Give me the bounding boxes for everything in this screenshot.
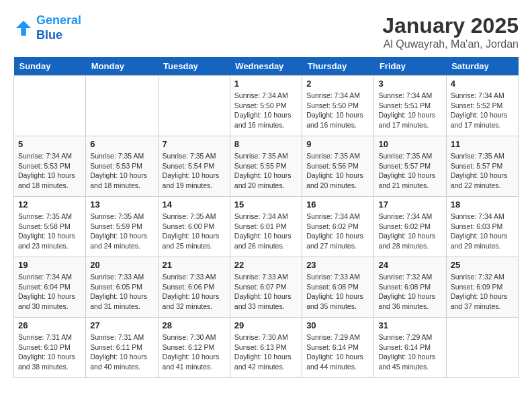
calendar-cell	[158, 76, 230, 136]
month-title: January 2025	[382, 13, 519, 38]
calendar-cell: 9Sunrise: 7:35 AM Sunset: 5:56 PM Daylig…	[302, 136, 374, 197]
day-info: Sunrise: 7:34 AM Sunset: 5:53 PM Dayligh…	[18, 151, 81, 191]
day-number: 22	[234, 260, 298, 270]
day-number: 4	[451, 79, 514, 89]
day-number: 9	[306, 139, 369, 149]
day-number: 17	[378, 199, 441, 210]
calendar-cell: 12Sunrise: 7:35 AM Sunset: 5:58 PM Dayli…	[14, 197, 86, 257]
weekday-header-saturday: Saturday	[446, 57, 518, 76]
day-info: Sunrise: 7:31 AM Sunset: 6:11 PM Dayligh…	[90, 332, 153, 372]
day-info: Sunrise: 7:35 AM Sunset: 5:56 PM Dayligh…	[306, 151, 369, 191]
logo: General Blue	[13, 13, 81, 42]
weekday-header-thursday: Thursday	[302, 57, 374, 76]
day-number: 16	[306, 199, 369, 210]
day-info: Sunrise: 7:34 AM Sunset: 5:51 PM Dayligh…	[378, 91, 441, 130]
calendar-week-3: 12Sunrise: 7:35 AM Sunset: 5:58 PM Dayli…	[14, 197, 519, 257]
logo-line1: General	[36, 13, 81, 27]
day-number: 6	[90, 139, 153, 149]
day-info: Sunrise: 7:35 AM Sunset: 5:58 PM Dayligh…	[18, 212, 81, 251]
day-info: Sunrise: 7:29 AM Sunset: 6:14 PM Dayligh…	[378, 332, 441, 372]
calendar-body: 1Sunrise: 7:34 AM Sunset: 5:50 PM Daylig…	[14, 76, 519, 378]
location: Al Quwayrah, Ma'an, Jordan	[382, 38, 519, 50]
calendar-cell: 4Sunrise: 7:34 AM Sunset: 5:52 PM Daylig…	[446, 76, 518, 136]
day-info: Sunrise: 7:33 AM Sunset: 6:05 PM Dayligh…	[90, 272, 153, 312]
day-number: 1	[234, 79, 298, 89]
weekday-header-monday: Monday	[86, 57, 158, 76]
day-number: 21	[163, 260, 226, 270]
day-info: Sunrise: 7:35 AM Sunset: 5:57 PM Dayligh…	[378, 151, 441, 191]
day-number: 23	[306, 260, 369, 270]
calendar-cell: 28Sunrise: 7:30 AM Sunset: 6:12 PM Dayli…	[158, 318, 230, 378]
day-number: 7	[163, 139, 226, 149]
page-header: General Blue January 2025 Al Quwayrah, M…	[13, 13, 519, 50]
day-number: 31	[378, 320, 441, 330]
day-info: Sunrise: 7:30 AM Sunset: 6:13 PM Dayligh…	[234, 332, 298, 372]
day-info: Sunrise: 7:33 AM Sunset: 6:07 PM Dayligh…	[234, 272, 298, 312]
calendar-cell	[446, 318, 518, 378]
calendar-cell: 8Sunrise: 7:35 AM Sunset: 5:55 PM Daylig…	[230, 136, 302, 197]
day-info: Sunrise: 7:34 AM Sunset: 6:04 PM Dayligh…	[18, 272, 81, 312]
calendar-cell: 1Sunrise: 7:34 AM Sunset: 5:50 PM Daylig…	[230, 76, 302, 136]
day-number: 28	[163, 320, 226, 330]
day-number: 27	[90, 320, 153, 330]
day-info: Sunrise: 7:34 AM Sunset: 6:02 PM Dayligh…	[378, 212, 441, 251]
day-info: Sunrise: 7:34 AM Sunset: 5:52 PM Dayligh…	[451, 91, 514, 130]
calendar-cell: 30Sunrise: 7:29 AM Sunset: 6:14 PM Dayli…	[302, 318, 374, 378]
logo-text: General Blue	[36, 13, 81, 42]
calendar-cell: 6Sunrise: 7:35 AM Sunset: 5:53 PM Daylig…	[86, 136, 158, 197]
day-number: 2	[306, 79, 369, 89]
calendar-cell: 5Sunrise: 7:34 AM Sunset: 5:53 PM Daylig…	[14, 136, 86, 197]
day-info: Sunrise: 7:29 AM Sunset: 6:14 PM Dayligh…	[306, 332, 369, 372]
day-number: 8	[234, 139, 298, 149]
day-info: Sunrise: 7:34 AM Sunset: 6:01 PM Dayligh…	[234, 212, 298, 251]
day-info: Sunrise: 7:35 AM Sunset: 5:59 PM Dayligh…	[90, 212, 153, 251]
day-info: Sunrise: 7:35 AM Sunset: 5:54 PM Dayligh…	[163, 151, 226, 191]
calendar-cell	[86, 76, 158, 136]
title-block: January 2025 Al Quwayrah, Ma'an, Jordan	[382, 13, 519, 50]
calendar-cell: 23Sunrise: 7:33 AM Sunset: 6:08 PM Dayli…	[302, 257, 374, 318]
day-info: Sunrise: 7:35 AM Sunset: 5:53 PM Dayligh…	[90, 151, 153, 191]
calendar-cell: 16Sunrise: 7:34 AM Sunset: 6:02 PM Dayli…	[302, 197, 374, 257]
day-number: 30	[306, 320, 369, 330]
day-info: Sunrise: 7:32 AM Sunset: 6:08 PM Dayligh…	[378, 272, 441, 312]
weekday-header-tuesday: Tuesday	[158, 57, 230, 76]
day-info: Sunrise: 7:34 AM Sunset: 5:50 PM Dayligh…	[234, 91, 298, 130]
calendar-cell: 19Sunrise: 7:34 AM Sunset: 6:04 PM Dayli…	[14, 257, 86, 318]
calendar-cell: 15Sunrise: 7:34 AM Sunset: 6:01 PM Dayli…	[230, 197, 302, 257]
weekday-header-wednesday: Wednesday	[230, 57, 302, 76]
calendar-cell: 27Sunrise: 7:31 AM Sunset: 6:11 PM Dayli…	[86, 318, 158, 378]
day-number: 20	[90, 260, 153, 270]
calendar-cell	[14, 76, 86, 136]
day-info: Sunrise: 7:32 AM Sunset: 6:09 PM Dayligh…	[451, 272, 514, 312]
day-number: 13	[90, 199, 153, 210]
day-info: Sunrise: 7:34 AM Sunset: 6:03 PM Dayligh…	[451, 212, 514, 251]
calendar-week-1: 1Sunrise: 7:34 AM Sunset: 5:50 PM Daylig…	[14, 76, 519, 136]
day-number: 18	[451, 199, 514, 210]
calendar-week-2: 5Sunrise: 7:34 AM Sunset: 5:53 PM Daylig…	[14, 136, 519, 197]
calendar-cell: 26Sunrise: 7:31 AM Sunset: 6:10 PM Dayli…	[14, 318, 86, 378]
day-info: Sunrise: 7:35 AM Sunset: 5:55 PM Dayligh…	[234, 151, 298, 191]
calendar-cell: 17Sunrise: 7:34 AM Sunset: 6:02 PM Dayli…	[374, 197, 446, 257]
calendar-cell: 20Sunrise: 7:33 AM Sunset: 6:05 PM Dayli…	[86, 257, 158, 318]
day-number: 14	[163, 199, 226, 210]
day-number: 10	[378, 139, 441, 149]
calendar-table: SundayMondayTuesdayWednesdayThursdayFrid…	[13, 57, 519, 378]
day-number: 11	[451, 139, 514, 149]
calendar-week-5: 26Sunrise: 7:31 AM Sunset: 6:10 PM Dayli…	[14, 318, 519, 378]
day-info: Sunrise: 7:35 AM Sunset: 6:00 PM Dayligh…	[163, 212, 226, 251]
day-info: Sunrise: 7:35 AM Sunset: 5:57 PM Dayligh…	[451, 151, 514, 191]
logo-line2: Blue	[36, 28, 62, 42]
day-info: Sunrise: 7:31 AM Sunset: 6:10 PM Dayligh…	[18, 332, 81, 372]
calendar-cell: 2Sunrise: 7:34 AM Sunset: 5:50 PM Daylig…	[302, 76, 374, 136]
calendar-cell: 31Sunrise: 7:29 AM Sunset: 6:14 PM Dayli…	[374, 318, 446, 378]
day-info: Sunrise: 7:33 AM Sunset: 6:06 PM Dayligh…	[163, 272, 226, 312]
calendar-cell: 29Sunrise: 7:30 AM Sunset: 6:13 PM Dayli…	[230, 318, 302, 378]
calendar-cell: 25Sunrise: 7:32 AM Sunset: 6:09 PM Dayli…	[446, 257, 518, 318]
calendar-cell: 11Sunrise: 7:35 AM Sunset: 5:57 PM Dayli…	[446, 136, 518, 197]
day-number: 12	[18, 199, 81, 210]
day-number: 3	[378, 79, 441, 89]
calendar-cell: 22Sunrise: 7:33 AM Sunset: 6:07 PM Dayli…	[230, 257, 302, 318]
day-number: 26	[18, 320, 81, 330]
calendar-cell: 14Sunrise: 7:35 AM Sunset: 6:00 PM Dayli…	[158, 197, 230, 257]
weekday-header-sunday: Sunday	[14, 57, 86, 76]
